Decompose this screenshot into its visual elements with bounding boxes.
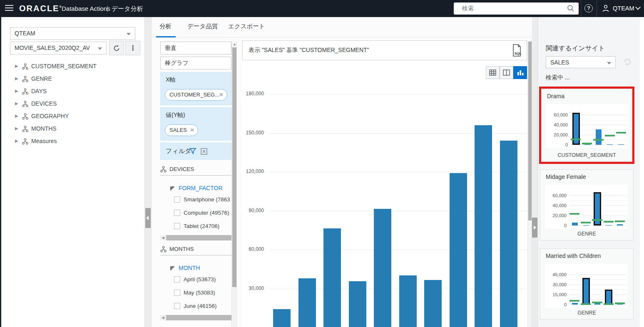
- facet-option-label: Computer (49576): [184, 210, 229, 216]
- tree-item-customer_segment[interactable]: ▶CUSTOMER_SEGMENT: [1, 60, 144, 73]
- facet-hierarchy-row[interactable]: MONTH: [160, 264, 231, 273]
- global-search-input[interactable]: 検索: [454, 2, 579, 15]
- mini-chart: 020,00040,00060,000: [546, 104, 629, 148]
- sales-bar[interactable]: [450, 173, 467, 327]
- mini-gridline: [569, 275, 627, 275]
- average-marker: [604, 221, 614, 223]
- config-scrollbar-thumb[interactable]: [232, 47, 236, 287]
- horizontal-scrollbar-thumb[interactable]: [166, 235, 231, 240]
- expand-arrow-icon[interactable]: ▶: [15, 76, 18, 81]
- expand-arrow-icon[interactable]: ▶: [15, 64, 18, 68]
- refresh-button[interactable]: [109, 41, 124, 55]
- sales-bar[interactable]: [500, 141, 517, 327]
- tree-item-measures[interactable]: ▶Measures: [1, 135, 144, 148]
- chart-scrollbar[interactable]: [527, 40, 532, 327]
- schema-select[interactable]: QTEAM: [10, 27, 135, 40]
- tab-data-quality[interactable]: データ品質: [187, 22, 218, 30]
- y-axis-chip[interactable]: SALES✕: [165, 124, 198, 136]
- more-actions-button[interactable]: ⋮: [125, 41, 140, 55]
- right-panel-splitter[interactable]: [532, 17, 537, 327]
- checkbox-unchecked[interactable]: [174, 290, 180, 296]
- facet-option-label: May (53083): [184, 290, 215, 296]
- remove-chip-icon[interactable]: ✕: [219, 89, 224, 100]
- clear-filter-icon[interactable]: [201, 148, 207, 155]
- mini-gridline: [569, 280, 627, 280]
- mini-bar: [617, 224, 623, 225]
- facet-hierarchy-row[interactable]: FORM_FACTOR: [160, 184, 231, 193]
- sales-bar[interactable]: [298, 278, 316, 327]
- help-icon[interactable]: ?: [584, 4, 593, 12]
- average-marker: [581, 222, 591, 223]
- mini-gridline: [569, 305, 627, 305]
- checkbox-unchecked[interactable]: [174, 303, 180, 309]
- filter-dropzone[interactable]: フィルタ: [160, 143, 231, 160]
- horizontal-scrollbar-thumb[interactable]: [166, 315, 231, 320]
- tree-item-label: GEOGRAPHY: [31, 113, 69, 119]
- sales-bar[interactable]: [475, 125, 492, 327]
- facet-option[interactable]: Smartphone (7863: [160, 193, 231, 207]
- hamburger-menu-icon[interactable]: [5, 5, 13, 12]
- facet-option[interactable]: Tablet (24706): [160, 220, 231, 233]
- scroll-left-arrow-icon[interactable]: ◀: [160, 235, 166, 240]
- y-axis-dropzone[interactable]: 値(Y軸) SALES✕: [160, 107, 231, 141]
- remove-chip-icon[interactable]: ✕: [190, 125, 194, 136]
- oracle-logo: ORACLE®: [19, 4, 62, 13]
- facet-option[interactable]: June (46156): [160, 300, 231, 313]
- config-scrollbar[interactable]: ▲: [231, 42, 237, 327]
- tree-item-devices[interactable]: ▶DEVICES: [1, 98, 144, 110]
- tree-item-days[interactable]: ▶DAYS: [1, 85, 144, 98]
- hierarchy-icon: [22, 113, 28, 121]
- horizontal-scrollbar[interactable]: ◀: [160, 235, 231, 240]
- sales-bar[interactable]: [273, 309, 291, 327]
- sales-bar[interactable]: [374, 209, 391, 327]
- tree-item-label: CUSTOMER_SEGMENT: [31, 63, 97, 69]
- mini-bar: [583, 225, 589, 226]
- expand-arrow-icon[interactable]: ▶: [15, 114, 18, 118]
- insight-card-midage-female[interactable]: Midage Female020,00040,00060,000GENRE: [540, 169, 634, 240]
- x-axis-chip[interactable]: CUSTOMER_SEG...✕: [165, 89, 227, 101]
- tab-analysis[interactable]: 分析: [159, 22, 172, 30]
- insight-metric-select[interactable]: SALES: [546, 56, 616, 68]
- insight-card-drama[interactable]: Drama020,00040,00060,000CUSTOMER_SEGMENT: [541, 89, 632, 162]
- checkbox-unchecked[interactable]: [174, 196, 180, 203]
- scroll-up-arrow-icon[interactable]: ▲: [232, 42, 237, 46]
- collapse-left-panel-handle[interactable]: [145, 208, 151, 228]
- analytic-view-select[interactable]: MOVIE_SALES_2020Q2_AV: [10, 42, 107, 54]
- sales-bar[interactable]: [399, 275, 417, 327]
- left-panel-splitter[interactable]: [144, 17, 152, 327]
- checkbox-unchecked[interactable]: [174, 276, 180, 282]
- mini-gridline: [569, 285, 627, 285]
- orientation-select[interactable]: 垂直: [160, 42, 231, 54]
- user-name: QTEAM: [613, 5, 634, 12]
- expand-arrow-icon[interactable]: ▶: [15, 126, 18, 131]
- sales-bar[interactable]: [349, 281, 366, 327]
- mini-chart-x-label: CUSTOMER_SEGMENT: [542, 152, 632, 158]
- expand-arrow-icon[interactable]: ▶: [15, 101, 18, 106]
- tree-item-geography[interactable]: ▶GEOGRAPHY: [1, 110, 144, 123]
- refresh-insights-button[interactable]: [622, 57, 632, 69]
- average-marker: [592, 219, 602, 221]
- x-axis-dropzone[interactable]: X軸 CUSTOMER_SEG...✕: [160, 72, 231, 105]
- scroll-left-arrow-icon[interactable]: ◀: [160, 315, 166, 320]
- facet-option[interactable]: April (53673): [160, 273, 231, 287]
- expand-arrow-icon[interactable]: ▶: [15, 89, 18, 93]
- checkbox-unchecked[interactable]: [174, 223, 180, 229]
- search-icon[interactable]: [567, 5, 574, 14]
- tree-item-months[interactable]: ▶MONTHS: [1, 123, 144, 135]
- facet-option[interactable]: Computer (49576): [160, 207, 231, 220]
- mini-y-tick-label: 60,000: [547, 112, 568, 117]
- collapse-right-panel-handle[interactable]: [532, 218, 537, 238]
- tab-export[interactable]: エクスポート: [228, 22, 265, 30]
- expand-arrow-icon[interactable]: ▶: [15, 139, 18, 143]
- sales-bar[interactable]: [323, 228, 341, 327]
- sales-bar[interactable]: [424, 280, 442, 327]
- facet-option[interactable]: May (53083): [160, 287, 231, 300]
- chart-scrollbar-thumb[interactable]: [528, 42, 532, 220]
- y-axis-tick-label: 60,000: [241, 246, 264, 252]
- tree-item-genre[interactable]: ▶GENRE: [1, 73, 144, 85]
- chart-type-select[interactable]: 棒グラフ: [160, 57, 231, 69]
- insight-card-married-with-children[interactable]: Married with Children015,00030,00045,000…: [540, 248, 634, 320]
- chevron-down-icon: [127, 33, 131, 35]
- checkbox-unchecked[interactable]: [174, 210, 180, 216]
- horizontal-scrollbar[interactable]: ◀: [160, 315, 231, 320]
